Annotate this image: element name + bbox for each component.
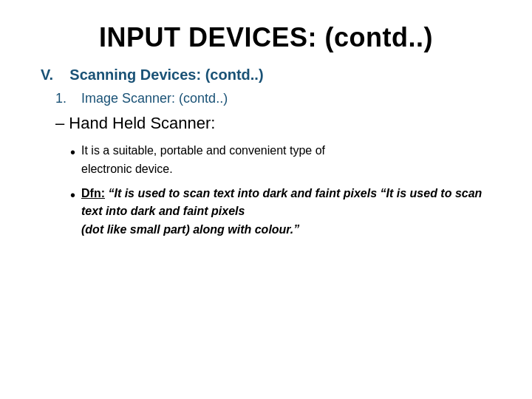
bullet-2-line2: (dot like small part) along with colour.… — [81, 221, 491, 239]
subsection-title: Image Scanner: (contd..) — [81, 91, 228, 106]
slide: INPUT DEVICES: (contd..) V. Scanning Dev… — [0, 0, 532, 399]
list-item: • It is a suitable, portable and conveni… — [70, 142, 491, 179]
bullet-dot-1: • — [70, 142, 75, 163]
bullet-1-content: It is a suitable, portable and convenien… — [81, 142, 325, 179]
subsection-heading: 1. Image Scanner: (contd..) — [55, 91, 491, 106]
dash-heading: – Hand Held Scanner: — [55, 114, 491, 133]
bullet-2-content: Dfn: “It is used to scan text into dark … — [81, 185, 491, 239]
dfn-label: Dfn: — [81, 187, 105, 200]
bullet-2-quote: “It is used to scan text into dark and f… — [108, 187, 377, 200]
section-label: V. — [41, 66, 53, 83]
bullet-list: • It is a suitable, portable and conveni… — [70, 142, 491, 245]
bullet-1-line1: It is a suitable, portable and convenien… — [81, 142, 325, 160]
bullet-2-line1: Dfn: “It is used to scan text into dark … — [81, 185, 491, 222]
section-heading: V. Scanning Devices: (contd..) — [41, 66, 491, 83]
bullet-1-line2: electronic device. — [81, 160, 325, 179]
main-title: INPUT DEVICES: (contd..) — [41, 22, 491, 53]
list-item: • Dfn: “It is used to scan text into dar… — [70, 185, 491, 239]
subsection-label: 1. — [55, 91, 66, 106]
bullet-dot-2: • — [70, 185, 75, 205]
section-title: Scanning Devices: (contd..) — [69, 66, 263, 83]
